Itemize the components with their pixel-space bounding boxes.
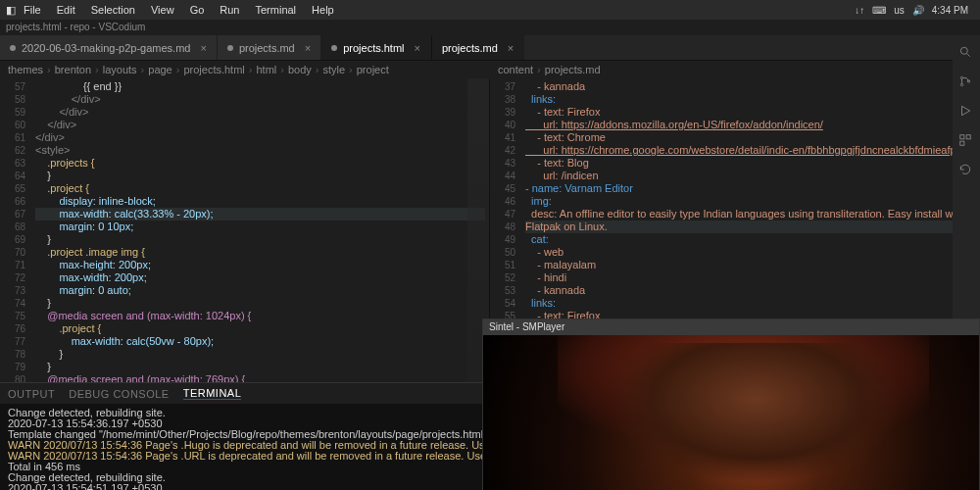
- breadcrumb-right[interactable]: content›projects.md: [490, 61, 980, 78]
- debug-icon[interactable]: [958, 104, 974, 120]
- editor-tabs: 2020-06-03-making-p2p-games.md×projects.…: [0, 35, 980, 61]
- editor-left[interactable]: 5758596061626364656667686970717273747576…: [0, 78, 490, 382]
- svg-rect-8: [960, 141, 964, 145]
- svg-rect-7: [966, 135, 970, 139]
- tray-keyboard-icon[interactable]: ⌨: [872, 5, 886, 16]
- tray-network-icon[interactable]: ↓↑: [855, 5, 864, 16]
- panel-tab-output[interactable]: OUTPUT: [8, 388, 55, 400]
- menu-selection[interactable]: Selection: [83, 2, 143, 18]
- menu-terminal[interactable]: Terminal: [248, 2, 305, 18]
- smplayer-title[interactable]: Sintel - SMPlayer: [483, 319, 979, 335]
- refresh-icon[interactable]: [958, 163, 974, 178]
- breadcrumb-left[interactable]: themes›brenton›layouts›page›projects.htm…: [0, 61, 490, 78]
- svg-point-0: [960, 47, 967, 54]
- panel-tab-terminal[interactable]: TERMINAL: [183, 387, 242, 400]
- svg-rect-6: [960, 135, 964, 139]
- tab-2020-06-03-making-p2p-games.md[interactable]: 2020-06-03-making-p2p-games.md×: [0, 35, 218, 60]
- svg-line-1: [967, 54, 970, 57]
- tab-projects.md[interactable]: projects.md×: [218, 35, 321, 60]
- gutter-left: 5758596061626364656667686970717273747576…: [0, 78, 31, 382]
- close-icon[interactable]: ×: [305, 42, 311, 54]
- svg-point-2: [960, 76, 962, 78]
- panel-tab-debug[interactable]: DEBUG CONSOLE: [69, 388, 169, 400]
- menu-run[interactable]: Run: [212, 2, 247, 18]
- tray-volume-icon[interactable]: 🔊: [912, 5, 924, 16]
- code-left[interactable]: {{ end }} </div> </div> </div></div><sty…: [31, 78, 489, 382]
- menu-edit[interactable]: Edit: [49, 2, 83, 18]
- close-icon[interactable]: ×: [415, 42, 420, 54]
- extensions-icon[interactable]: [958, 133, 974, 149]
- source-control-icon[interactable]: [958, 74, 974, 90]
- tray-layout[interactable]: us: [894, 5, 905, 16]
- smplayer-video[interactable]: [483, 335, 979, 490]
- app-menu-icon[interactable]: ◧: [6, 4, 16, 17]
- menu-file[interactable]: File: [16, 2, 49, 18]
- window-title: projects.html - repo - VSCodium: [0, 20, 980, 35]
- tab-right-projects.md[interactable]: projects.md×: [432, 35, 524, 60]
- menu-view[interactable]: View: [143, 2, 182, 18]
- menu-go[interactable]: Go: [182, 2, 213, 18]
- tray-clock[interactable]: 4:34 PM: [932, 5, 968, 16]
- system-tray: ↓↑ ⌨ us 🔊 4:34 PM: [855, 5, 974, 16]
- close-icon[interactable]: ×: [200, 42, 206, 54]
- close-icon[interactable]: ×: [508, 42, 514, 54]
- svg-point-3: [960, 83, 962, 85]
- search-icon[interactable]: [958, 45, 974, 61]
- smplayer-window[interactable]: Sintel - SMPlayer: [482, 318, 980, 490]
- svg-marker-5: [962, 106, 970, 115]
- menu-help[interactable]: Help: [304, 2, 342, 18]
- tab-projects.html[interactable]: projects.html×: [321, 35, 431, 60]
- system-menubar: ◧ File Edit Selection View Go Run Termin…: [0, 0, 980, 20]
